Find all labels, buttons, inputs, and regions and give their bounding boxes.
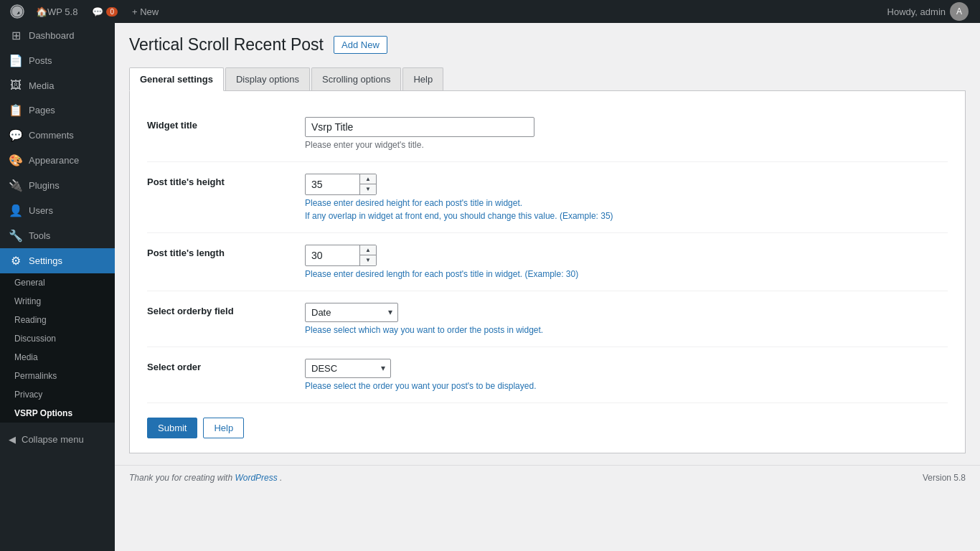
site-name-link[interactable]: 🏠 WP 5.8 <box>29 0 85 23</box>
post-title-height-help1: Please enter desired height for each pos… <box>305 198 948 208</box>
media-icon: 🖼 <box>9 79 23 92</box>
tab-display[interactable]: Display options <box>225 67 310 90</box>
order-row: Select order DESC ASC Please select the … <box>147 347 948 403</box>
settings-submenu: General Writing Reading Discussion Media… <box>0 273 115 423</box>
collapse-menu[interactable]: ◀ Collapse menu <box>0 428 115 451</box>
post-title-length-field: ▲ ▼ Please enter desired length for each… <box>305 245 948 279</box>
pages-icon: 📋 <box>9 103 23 117</box>
wordpress-link[interactable]: WordPress <box>235 473 277 483</box>
footer-text: Thank you for creating with WordPress . <box>129 473 282 483</box>
tab-help[interactable]: Help <box>402 67 443 90</box>
submenu-discussion[interactable]: Discussion <box>0 329 115 348</box>
plugins-icon: 🔌 <box>9 179 23 192</box>
spin-btns-length: ▲ ▼ <box>359 245 376 265</box>
settings-icon: ⚙ <box>9 254 23 268</box>
btn-row: Submit Help <box>147 418 948 438</box>
post-title-length-input[interactable] <box>306 246 359 265</box>
post-title-length-row: Post title's length ▲ ▼ Please enter des… <box>147 233 948 291</box>
sidebar-item-comments[interactable]: 💬 Comments <box>0 123 115 148</box>
comments-link[interactable]: 💬 0 <box>85 0 125 23</box>
tab-general[interactable]: General settings <box>129 67 224 91</box>
widget-title-row: Widget title Please enter your widget's … <box>147 105 948 162</box>
orderby-select[interactable]: Date Title Author Comment count Random <box>305 303 398 322</box>
collapse-icon: ◀ <box>9 434 16 445</box>
add-new-button[interactable]: Add New <box>334 36 387 54</box>
widget-title-input[interactable] <box>305 117 534 137</box>
submenu-vsrp[interactable]: VSRP Options <box>0 404 115 423</box>
home-icon: 🏠 <box>36 6 47 17</box>
submenu-reading[interactable]: Reading <box>0 311 115 329</box>
submenu-media[interactable]: Media <box>0 348 115 367</box>
comments-sidebar-icon: 💬 <box>9 128 23 142</box>
sidebar-item-tools[interactable]: 🔧 Tools <box>0 223 115 248</box>
submenu-writing[interactable]: Writing <box>0 292 115 311</box>
post-title-height-row: Post title's height ▲ ▼ Please enter des… <box>147 162 948 233</box>
page-title: Vertical Scroll Recent Post <box>129 34 324 56</box>
post-title-height-label: Post title's height <box>147 174 305 187</box>
spin-up-height[interactable]: ▲ <box>360 174 376 184</box>
orderby-label: Select orderby field <box>147 303 305 316</box>
sidebar-item-settings[interactable]: ⚙ Settings <box>0 248 115 273</box>
spin-down-height[interactable]: ▼ <box>360 184 376 194</box>
tabs-bar: General settings Display options Scrolli… <box>129 67 966 91</box>
widget-title-field: Please enter your widget's title. <box>305 117 948 150</box>
widget-title-label: Widget title <box>147 117 305 131</box>
page-header: Vertical Scroll Recent Post Add New <box>129 34 966 56</box>
widget-title-help: Please enter your widget's title. <box>305 140 948 150</box>
orderby-select-wrap: Date Title Author Comment count Random <box>305 303 398 322</box>
avatar: A <box>950 2 969 21</box>
main-layout: ⊞ Dashboard 📄 Posts 🖼 Media 📋 Pages 💬 Co… <box>0 23 980 551</box>
orderby-help: Please select which way you want to orde… <box>305 325 948 335</box>
submenu-privacy[interactable]: Privacy <box>0 385 115 404</box>
page-footer: Thank you for creating with WordPress . … <box>115 465 980 490</box>
post-title-length-input-wrap: ▲ ▼ <box>305 245 377 266</box>
post-title-length-label: Post title's length <box>147 245 305 258</box>
sidebar-item-dashboard[interactable]: ⊞ Dashboard <box>0 23 115 48</box>
orderby-field: Date Title Author Comment count Random P… <box>305 303 948 335</box>
sidebar-item-media[interactable]: 🖼 Media <box>0 73 115 98</box>
dashboard-icon: ⊞ <box>9 29 23 42</box>
help-button[interactable]: Help <box>203 418 244 438</box>
sidebar-item-users[interactable]: 👤 Users <box>0 198 115 223</box>
content-area: Vertical Scroll Recent Post Add New Gene… <box>115 23 980 551</box>
new-content-link[interactable]: + New <box>125 0 166 23</box>
sidebar-item-appearance[interactable]: 🎨 Appearance <box>0 148 115 173</box>
user-menu[interactable]: Howdy, admin A <box>882 2 974 21</box>
users-icon: 👤 <box>9 204 23 217</box>
sidebar-item-posts[interactable]: 📄 Posts <box>0 48 115 73</box>
order-help: Please select the order you want your po… <box>305 381 948 391</box>
post-title-height-input-wrap: ▲ ▼ <box>305 174 377 195</box>
submenu-general[interactable]: General <box>0 273 115 292</box>
posts-icon: 📄 <box>9 54 23 67</box>
sidebar: ⊞ Dashboard 📄 Posts 🖼 Media 📋 Pages 💬 Co… <box>0 23 115 551</box>
post-title-length-help: Please enter desired length for each pos… <box>305 269 948 279</box>
wp-logo[interactable] <box>6 0 29 23</box>
spin-btns-height: ▲ ▼ <box>359 174 376 194</box>
form-area: Widget title Please enter your widget's … <box>129 91 966 453</box>
post-title-height-field: ▲ ▼ Please enter desired height for each… <box>305 174 948 221</box>
submenu-permalinks[interactable]: Permalinks <box>0 367 115 385</box>
order-select-wrap: DESC ASC <box>305 359 391 378</box>
post-title-height-help2: If any overlap in widget at front end, y… <box>305 211 948 221</box>
tools-icon: 🔧 <box>9 229 23 242</box>
orderby-row: Select orderby field Date Title Author C… <box>147 291 948 347</box>
order-label: Select order <box>147 359 305 372</box>
admin-bar: 🏠 WP 5.8 💬 0 + New Howdy, admin A <box>0 0 980 23</box>
order-select[interactable]: DESC ASC <box>305 359 391 378</box>
sidebar-item-plugins[interactable]: 🔌 Plugins <box>0 173 115 198</box>
adminbar-right: Howdy, admin A <box>882 2 974 21</box>
tab-scrolling[interactable]: Scrolling options <box>311 67 401 90</box>
appearance-icon: 🎨 <box>9 154 23 167</box>
submit-button[interactable]: Submit <box>147 418 197 438</box>
comments-icon: 💬 <box>92 6 103 17</box>
spin-up-length[interactable]: ▲ <box>360 245 376 255</box>
content-inner: Vertical Scroll Recent Post Add New Gene… <box>115 23 980 465</box>
sidebar-item-pages[interactable]: 📋 Pages <box>0 98 115 123</box>
version-text: Version 5.8 <box>923 473 966 483</box>
post-title-height-input[interactable] <box>306 175 359 194</box>
order-field: DESC ASC Please select the order you wan… <box>305 359 948 391</box>
spin-down-length[interactable]: ▼ <box>360 255 376 265</box>
